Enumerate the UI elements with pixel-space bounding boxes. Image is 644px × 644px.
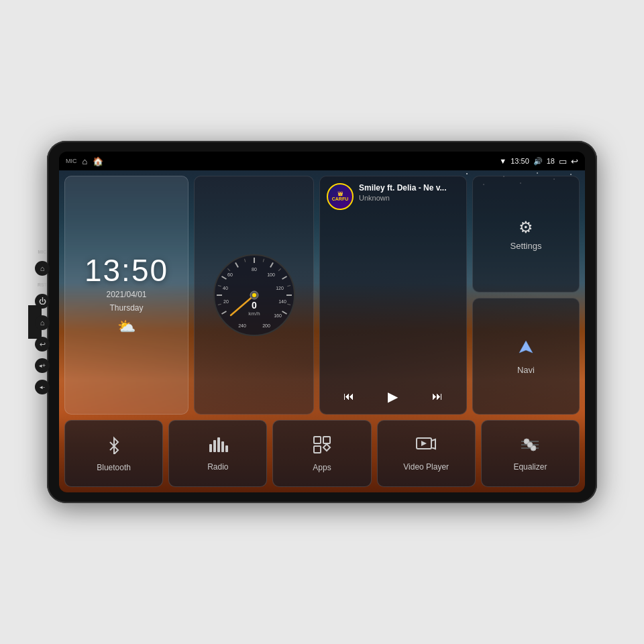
video-label: Video Player	[403, 462, 449, 472]
apps-icon	[313, 435, 331, 459]
status-time: 13:50	[511, 157, 529, 165]
music-prev-button[interactable]: ⏮	[338, 388, 360, 405]
svg-text:0: 0	[252, 300, 257, 311]
speedometer-svg: 80 100 120 140 160 200 240 60 40 20	[207, 248, 301, 342]
video-icon	[416, 436, 436, 458]
svg-marker-33	[519, 341, 533, 353]
volume-status-icon: 🔊	[533, 157, 543, 166]
svg-rect-40	[225, 445, 228, 452]
svg-text:20: 20	[223, 299, 229, 304]
vol-down-side-button[interactable]: ◂-	[35, 380, 50, 394]
back-status-icon[interactable]: ↩	[571, 156, 578, 166]
car-head-unit: MIC ⌂ RST ⏻ ⌂ ↩ ◂+ ◂- MIC ⌂ 🏠 ▼ 13:50 🔊 …	[47, 141, 597, 503]
radio-icon	[208, 436, 228, 458]
music-artist: Unknown	[359, 194, 460, 202]
apps-label: Apps	[313, 463, 331, 472]
radio-label: Radio	[207, 462, 228, 472]
house-status-icon[interactable]: 🏠	[93, 156, 103, 166]
navi-button[interactable]: Navi	[472, 298, 580, 415]
rst-label: RST	[38, 282, 47, 287]
clock-day: Thursday	[109, 303, 143, 313]
svg-text:40: 40	[223, 286, 228, 290]
equalizer-button[interactable]: Equalizer	[481, 420, 580, 487]
apps-button[interactable]: Apps	[272, 420, 371, 487]
settings-icon: ⚙	[519, 218, 533, 237]
clock-widget[interactable]: 13 : 50 2021/04/01 Thursday ⛅	[64, 176, 189, 415]
svg-text:240: 240	[238, 323, 246, 328]
equalizer-icon	[520, 436, 540, 458]
svg-rect-43	[314, 446, 321, 453]
music-next-button[interactable]: ⏭	[427, 388, 448, 405]
svg-marker-47	[431, 439, 435, 449]
clock-minutes: 50	[131, 255, 168, 286]
clock-hours: 13	[85, 255, 121, 286]
mic-label: MIC	[38, 250, 47, 254]
radio-button[interactable]: Radio	[168, 420, 267, 487]
svg-rect-38	[217, 437, 220, 452]
screen-content: 13 : 50 2021/04/01 Thursday ⛅	[59, 170, 585, 492]
svg-point-30	[252, 293, 256, 297]
svg-rect-41	[314, 437, 321, 443]
svg-rect-36	[209, 444, 212, 452]
right-widget-col: ⚙ Settings Navi	[472, 176, 580, 415]
music-title: Smiley ft. Delia - Ne v...	[359, 183, 460, 193]
svg-text:120: 120	[276, 286, 284, 290]
vol-up-side-button[interactable]: ◂+	[35, 358, 50, 373]
svg-point-53	[527, 442, 533, 447]
svg-text:km/h: km/h	[248, 311, 260, 317]
equalizer-label: Equalizer	[513, 462, 547, 472]
clock-date: 2021/04/01	[106, 290, 146, 299]
svg-text:200: 200	[262, 323, 270, 328]
music-widget[interactable]: 👑 CARFU Smiley ft. Delia - Ne v... Unkno…	[319, 176, 467, 415]
screen-bezel: MIC ⌂ 🏠 ▼ 13:50 🔊 18 ▭ ↩	[59, 152, 585, 492]
home-side-button[interactable]: ⌂	[35, 261, 50, 276]
back-side-button[interactable]: ↩	[35, 337, 50, 352]
bottom-app-row: Bluetooth Radio	[64, 420, 580, 487]
svg-marker-44	[323, 444, 330, 451]
navi-icon	[517, 338, 535, 361]
volume-level: 18	[547, 157, 555, 165]
svg-marker-46	[421, 441, 427, 446]
video-player-button[interactable]: Video Player	[377, 420, 476, 487]
svg-text:140: 140	[278, 299, 286, 304]
svg-text:160: 160	[274, 313, 282, 318]
settings-button[interactable]: ⚙ Settings	[472, 176, 580, 292]
svg-text:80: 80	[252, 267, 257, 272]
side-buttons-panel: MIC ⌂ RST ⏻ ⌂ ↩ ◂+ ◂-	[35, 250, 50, 394]
svg-text:100: 100	[267, 272, 275, 277]
window-status-icon[interactable]: ▭	[559, 156, 567, 166]
speedometer-widget: 80 100 120 140 160 200 240 60 40 20	[194, 176, 314, 415]
music-logo: 👑 CARFU	[327, 183, 354, 210]
clock-separator: :	[121, 255, 131, 286]
settings-label: Settings	[511, 241, 542, 251]
home-side-button2[interactable]: ⌂	[35, 315, 50, 330]
weather-icon: ⛅	[117, 318, 136, 335]
mic-status-label: MIC	[66, 158, 77, 164]
music-controls: ⏮ ▶ ⏭	[327, 380, 460, 407]
home-status-icon[interactable]: ⌂	[83, 156, 88, 166]
svg-rect-37	[213, 440, 216, 452]
svg-rect-39	[221, 441, 224, 452]
top-widget-row: 13 : 50 2021/04/01 Thursday ⛅	[64, 176, 580, 415]
svg-rect-42	[323, 437, 330, 443]
bluetooth-button[interactable]: Bluetooth	[64, 420, 163, 487]
bluetooth-icon	[105, 435, 123, 459]
music-play-button[interactable]: ▶	[382, 386, 403, 407]
power-side-button[interactable]: ⏻	[35, 294, 50, 309]
status-bar: MIC ⌂ 🏠 ▼ 13:50 🔊 18 ▭ ↩	[59, 152, 585, 170]
svg-text:60: 60	[227, 272, 233, 277]
navi-label: Navi	[517, 365, 535, 375]
bluetooth-label: Bluetooth	[97, 463, 131, 472]
wifi-status-icon: ▼	[499, 157, 506, 165]
